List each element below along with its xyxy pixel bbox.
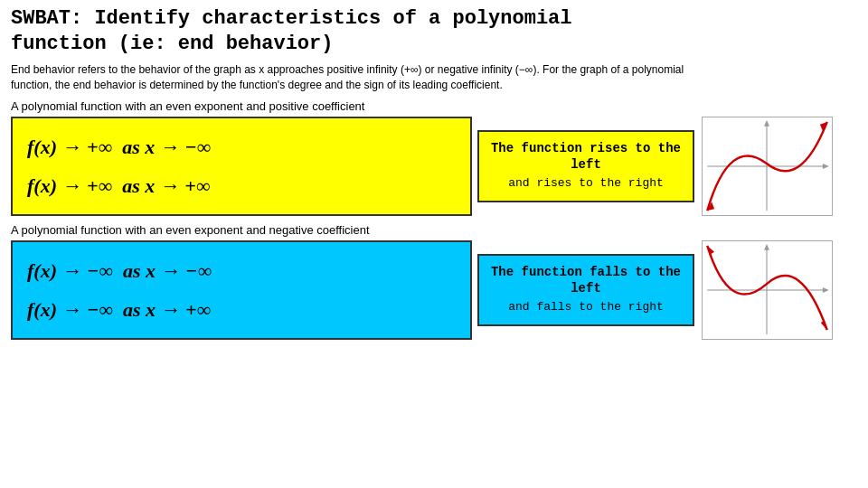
svg-marker-12 [764, 244, 769, 250]
graph-svg-2 [702, 240, 833, 340]
desc-top-1: The function rises to the left [488, 140, 684, 173]
section2-row: f(x) → −∞ as x → −∞ f(x) → −∞ as x → +∞ … [11, 240, 857, 340]
definition-text: End behavior refers to the behavior of t… [11, 62, 698, 94]
graph-even-positive [702, 117, 833, 216]
desc-box-even-positive: The function rises to the left and rises… [477, 130, 694, 202]
svg-marker-4 [764, 120, 769, 127]
graph-svg-1 [702, 117, 833, 216]
desc-top-2: The function falls to the left [488, 264, 684, 296]
math-line-2b: f(x) → −∞ as x → +∞ [27, 295, 456, 324]
graph-even-negative [702, 240, 833, 340]
section2-label: A polynomial function with an even expon… [11, 223, 857, 237]
page: SWBAT: Identify characteristics of a pol… [0, 0, 868, 488]
desc-bottom-2: and falls to the right [488, 300, 684, 315]
math-line-2a: f(x) → −∞ as x → −∞ [27, 256, 456, 286]
header-line1: SWBAT: Identify characteristics of a pol… [11, 7, 857, 31]
svg-marker-5 [823, 164, 829, 169]
math-line-1b: f(x) → +∞ as x → +∞ [27, 171, 456, 201]
math-line-1a: f(x) → +∞ as x → −∞ [27, 132, 456, 162]
math-box-even-negative: f(x) → −∞ as x → −∞ f(x) → −∞ as x → +∞ [11, 240, 472, 340]
section1-label: A polynomial function with an even expon… [11, 99, 857, 113]
desc-box-even-negative: The function falls to the left and falls… [477, 254, 694, 326]
desc-bottom-1: and rises to the right [488, 176, 684, 192]
svg-marker-13 [823, 287, 829, 293]
math-box-even-positive: f(x) → +∞ as x → −∞ f(x) → +∞ as x → +∞ [11, 117, 472, 216]
header-line2: function (ie: end behavior) [11, 33, 857, 56]
section1-row: f(x) → +∞ as x → −∞ f(x) → +∞ as x → +∞ … [11, 117, 857, 216]
